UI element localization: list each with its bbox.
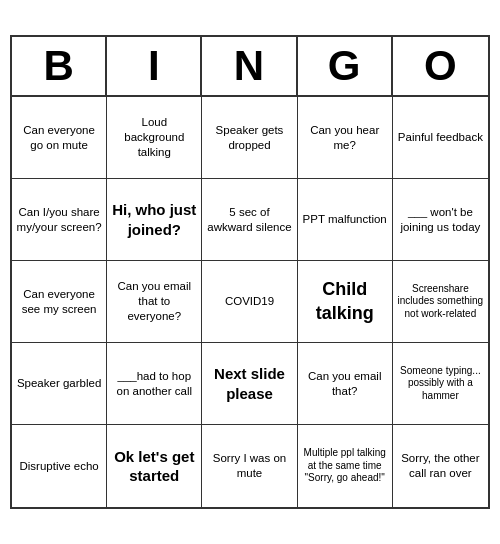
bingo-letter-g: G (298, 37, 393, 95)
cell-text-0: Can everyone go on mute (16, 123, 102, 153)
cell-text-7: 5 sec of awkward silence (206, 205, 292, 235)
cell-text-10: Can everyone see my screen (16, 287, 102, 317)
bingo-cell-12: COVID19 (202, 261, 297, 343)
cell-text-1: Loud background talking (111, 115, 197, 160)
bingo-cell-3: Can you hear me? (298, 97, 393, 179)
cell-text-14: Screenshare includes something not work-… (397, 283, 484, 321)
cell-text-11: Can you email that to everyone? (111, 279, 197, 324)
bingo-cell-5: Can I/you share my/your screen? (12, 179, 107, 261)
cell-text-15: Speaker garbled (17, 376, 101, 391)
bingo-cell-9: ___ won't be joining us today (393, 179, 488, 261)
bingo-cell-15: Speaker garbled (12, 343, 107, 425)
cell-text-4: Painful feedback (398, 130, 483, 145)
bingo-letter-i: I (107, 37, 202, 95)
cell-text-5: Can I/you share my/your screen? (16, 205, 102, 235)
bingo-cell-0: Can everyone go on mute (12, 97, 107, 179)
bingo-cell-2: Speaker gets dropped (202, 97, 297, 179)
cell-text-22: Sorry I was on mute (206, 451, 292, 481)
bingo-cell-19: Someone typing... possibly with a hammer (393, 343, 488, 425)
bingo-cell-11: Can you email that to everyone? (107, 261, 202, 343)
bingo-grid: Can everyone go on muteLoud background t… (12, 97, 488, 507)
cell-text-21: Ok let's get started (111, 447, 197, 486)
bingo-card: BINGO Can everyone go on muteLoud backgr… (10, 35, 490, 509)
cell-text-13: Child talking (302, 278, 388, 325)
bingo-cell-24: Sorry, the other call ran over (393, 425, 488, 507)
bingo-header: BINGO (12, 37, 488, 97)
cell-text-19: Someone typing... possibly with a hammer (397, 365, 484, 403)
cell-text-24: Sorry, the other call ran over (397, 451, 484, 481)
bingo-cell-14: Screenshare includes something not work-… (393, 261, 488, 343)
bingo-cell-8: PPT malfunction (298, 179, 393, 261)
bingo-cell-6: Hi, who just joined? (107, 179, 202, 261)
cell-text-17: Next slide please (206, 364, 292, 403)
bingo-cell-16: ___had to hop on another call (107, 343, 202, 425)
cell-text-3: Can you hear me? (302, 123, 388, 153)
bingo-cell-23: Multiple ppl talking at the same time "S… (298, 425, 393, 507)
bingo-cell-21: Ok let's get started (107, 425, 202, 507)
cell-text-16: ___had to hop on another call (111, 369, 197, 399)
cell-text-23: Multiple ppl talking at the same time "S… (302, 447, 388, 485)
cell-text-8: PPT malfunction (303, 212, 387, 227)
cell-text-18: Can you email that? (302, 369, 388, 399)
bingo-cell-7: 5 sec of awkward silence (202, 179, 297, 261)
bingo-cell-13: Child talking (298, 261, 393, 343)
bingo-cell-10: Can everyone see my screen (12, 261, 107, 343)
cell-text-12: COVID19 (225, 294, 274, 309)
cell-text-9: ___ won't be joining us today (397, 205, 484, 235)
bingo-letter-n: N (202, 37, 297, 95)
cell-text-2: Speaker gets dropped (206, 123, 292, 153)
bingo-letter-o: O (393, 37, 488, 95)
bingo-cell-18: Can you email that? (298, 343, 393, 425)
cell-text-20: Disruptive echo (19, 459, 98, 474)
bingo-cell-20: Disruptive echo (12, 425, 107, 507)
bingo-cell-1: Loud background talking (107, 97, 202, 179)
cell-text-6: Hi, who just joined? (111, 200, 197, 239)
bingo-cell-4: Painful feedback (393, 97, 488, 179)
bingo-cell-17: Next slide please (202, 343, 297, 425)
bingo-letter-b: B (12, 37, 107, 95)
bingo-cell-22: Sorry I was on mute (202, 425, 297, 507)
